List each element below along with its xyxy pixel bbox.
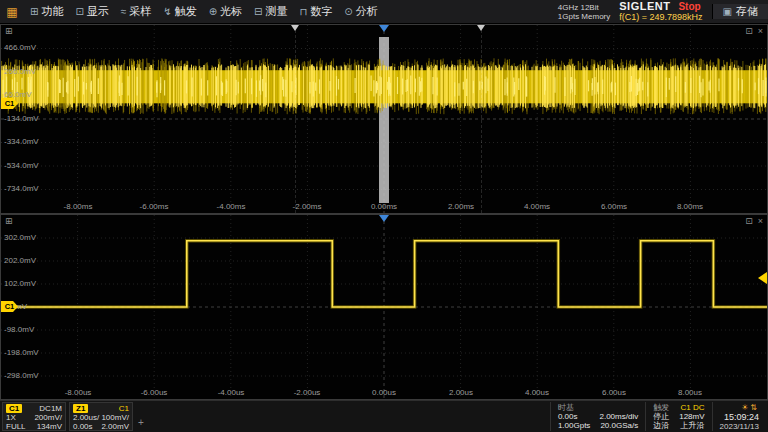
trigger-position-marker[interactable] (379, 215, 389, 222)
trigger-type: 边沿 (653, 421, 669, 430)
right-zone-marker[interactable] (477, 25, 485, 31)
zoom-waveform-panel[interactable]: ⊞ ⊡ × 302.0mV 202.0mV 102.0mV 2.0mV -98.… (0, 214, 768, 400)
volt-label: -534.0mV (4, 161, 39, 170)
c1-badge: C1 (6, 404, 22, 413)
menu-item-acquire[interactable]: ≈采样 (115, 0, 158, 23)
left-zone-marker[interactable] (291, 25, 299, 31)
volt-label: 66.0mV (4, 90, 32, 99)
grid-config-icon[interactable]: ⊞ (5, 26, 13, 36)
time-label: -4.00us (218, 388, 245, 397)
trigger-status: 停止 (653, 412, 669, 421)
digital-icon: ⊓ (299, 6, 307, 17)
timebase-delay: 0.00s (558, 412, 578, 421)
timebase-samplerate: 20.0GSa/s (600, 421, 638, 430)
menu-item-label: 光标 (220, 4, 242, 19)
timebase-points: 1.00Gpts (558, 421, 590, 430)
menu-item-label: 分析 (356, 4, 378, 19)
acquire-icon: ≈ (121, 6, 127, 17)
time-label: -6.00us (141, 388, 168, 397)
menu-item-measure[interactable]: ⊟测量 (248, 0, 293, 23)
brand-block: SIGLENT Stop f(C1) = 249.7898kHz (619, 1, 702, 22)
acquisition-status: Stop (678, 2, 700, 12)
channel-status-group: C1DC1M 1X200mV/ FULL134mV Z1C1 2.00us/10… (2, 402, 133, 431)
menu-item-label: 触发 (175, 4, 197, 19)
left-marker-line (295, 25, 296, 213)
time-label: 8.00us (678, 388, 702, 397)
time-label: -2.00ms (293, 202, 322, 211)
timebase-status-box[interactable]: 时基 0.00s2.00ms/div 1.00Gpts20.0GSa/s (550, 402, 645, 431)
function-icon: ⊞ (30, 6, 38, 17)
window-restore-icon[interactable]: ⊡ (745, 216, 753, 226)
trigger-position-marker[interactable] (379, 25, 389, 32)
cursor-icon: ⊕ (209, 6, 217, 17)
time-label: 6.00ms (601, 202, 627, 211)
main-waveform-panel[interactable]: ⊞ ⊡ × 466.0mV 266.0mV 66.0mV -134.0mV -3… (0, 24, 768, 214)
right-marker-line (481, 25, 482, 213)
volt-label: -134.0mV (4, 114, 39, 123)
c1-coupling: DC1M (39, 404, 62, 413)
z1-voffset: 2.00mV (101, 422, 129, 431)
trigger-level-marker[interactable] (758, 272, 767, 284)
menu-item-label: 采样 (129, 4, 151, 19)
volt-label: 466.0mV (4, 43, 36, 52)
zoom-status-box[interactable]: Z1C1 2.00us/100mV/ 0.00s2.00mV (69, 402, 133, 431)
timebase-header: 时基 (558, 403, 574, 412)
time-label: 4.00ms (524, 202, 550, 211)
menubar-status-cluster: 4GHz 12Bit 1Gpts Memory SIGLENT Stop f(C… (558, 0, 768, 23)
volt-label: -734.0mV (4, 184, 39, 193)
trigger-level: 128mV (679, 412, 704, 421)
time-label: -8.00ms (64, 202, 93, 211)
volt-label: -98.0mV (4, 325, 34, 334)
menu-item-display[interactable]: ⊡显示 (69, 0, 114, 23)
time-label: 8.00ms (677, 202, 703, 211)
window-close-icon[interactable]: × (758, 216, 763, 226)
grid-config-icon[interactable]: ⊞ (5, 216, 13, 226)
menu-item-trigger[interactable]: ↯触发 (157, 0, 202, 23)
measure-icon: ⊟ (254, 6, 262, 17)
panel-window-controls: ⊡ × (745, 216, 763, 226)
menu-item-cursor[interactable]: ⊕光标 (203, 0, 248, 23)
status-bar: C1DC1M 1X200mV/ FULL134mV Z1C1 2.00us/10… (0, 400, 768, 432)
trigger-icon: ↯ (163, 6, 171, 17)
menu-item-digital[interactable]: ⊓数字 (293, 0, 338, 23)
menu-item-label: 显示 (87, 4, 109, 19)
memory-spec: 1Gpts Memory (558, 12, 610, 21)
z1-vscale: 100mV/ (101, 413, 129, 422)
main-waveform (1, 25, 767, 213)
home-menu-icon[interactable]: ▦ (0, 0, 24, 23)
bandwidth-spec: 4GHz 12Bit (558, 3, 610, 12)
clock-date: 2023/11/13 (720, 422, 759, 431)
menu-item-analysis[interactable]: ⊙分析 (338, 0, 383, 23)
siglent-logo: SIGLENT (619, 1, 670, 11)
time-label: -8.00us (65, 388, 92, 397)
z1-source: C1 (119, 404, 129, 413)
volt-label: 202.0mV (4, 256, 36, 265)
clock-time: 15:09:24 (720, 412, 759, 422)
trigger-status-box[interactable]: 触发C1 DC 停止128mV 边沿上升沿 (645, 402, 711, 431)
volt-label: -298.0mV (4, 371, 39, 380)
trigger-header: 触发 (653, 403, 669, 412)
crosshair-icon: + (138, 417, 144, 428)
menu-item-label: 功能 (41, 4, 63, 19)
channel1-status-box[interactable]: C1DC1M 1X200mV/ FULL134mV (2, 402, 66, 431)
window-restore-icon[interactable]: ⊡ (745, 26, 753, 36)
volt-label: 302.0mV (4, 233, 36, 242)
trigger-slope: 上升沿 (681, 421, 705, 430)
time-label: 4.00us (525, 388, 549, 397)
menu-item-function[interactable]: ⊞功能 (24, 0, 69, 23)
c1-scale: 200mV/ (34, 413, 62, 422)
window-close-icon[interactable]: × (758, 26, 763, 36)
volt-label: 102.0mV (4, 279, 36, 288)
sun-icon: ☀ (741, 403, 750, 412)
menu-bar: ▦ ⊞功能 ⊡显示 ≈采样 ↯触发 ⊕光标 ⊟测量 ⊓数字 ⊙分析 4GHz 1… (0, 0, 768, 24)
menu-item-label: 数字 (310, 4, 332, 19)
save-label: 存储 (736, 4, 758, 19)
save-button[interactable]: ▣ 存储 (712, 4, 768, 19)
time-label: -4.00ms (217, 202, 246, 211)
c1-offset: 134mV (37, 422, 62, 431)
usb-icon: ⇅ (750, 403, 759, 412)
time-label: 6.00us (602, 388, 626, 397)
scope-spec: 4GHz 12Bit 1Gpts Memory (558, 3, 610, 21)
volt-label: 266.0mV (4, 67, 36, 76)
clock-box: ☀⇅ 15:09:24 2023/11/13 (712, 402, 766, 431)
